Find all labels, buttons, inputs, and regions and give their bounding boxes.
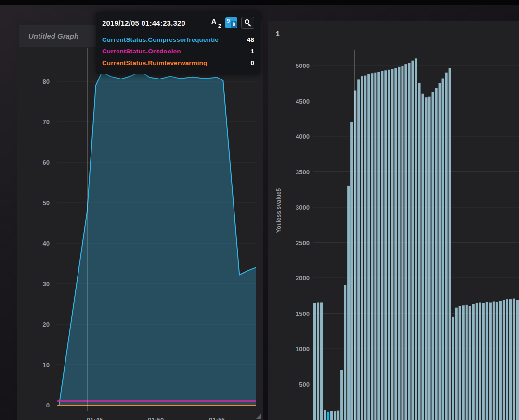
sort-order-icon[interactable]: A Z (211, 17, 221, 29)
tooltip-series-row: CurrentStatus.Ruimteverwarming0 (102, 57, 254, 68)
svg-text:70: 70 (43, 118, 50, 126)
tooltip-series-row: CurrentStatus.Ontdooien1 (102, 45, 254, 57)
svg-text:5000: 5000 (296, 62, 310, 69)
panel-resize-handle[interactable] (256, 413, 261, 419)
svg-text:02:00: 02:00 (475, 418, 491, 420)
decimals-nine: 9 (227, 18, 230, 24)
svg-text:20: 20 (43, 321, 50, 328)
svg-text:60: 60 (43, 159, 50, 166)
series-value: 1 (250, 48, 254, 55)
svg-text:2500: 2500 (296, 239, 310, 247)
tooltip-series-list: CurrentStatus.Compressorfrequentie48Curr… (102, 34, 254, 68)
svg-text:50: 50 (43, 199, 50, 207)
svg-text:01:55: 01:55 (416, 418, 432, 420)
series-label: CurrentStatus.Ruimteverwarming (102, 59, 207, 66)
y-axis-label: Youless.svalue5 (275, 182, 282, 239)
svg-text:2000: 2000 (296, 275, 310, 282)
svg-text:3500: 3500 (296, 169, 310, 176)
svg-text:80: 80 (43, 78, 50, 85)
svg-text:0: 0 (46, 402, 50, 409)
search-handle (248, 24, 251, 27)
svg-text:01:50: 01:50 (381, 418, 397, 420)
series-value: 48 (247, 36, 254, 43)
panel-untitled-graph: Untitled Graph 0102030405060708001:4501:… (17, 21, 263, 420)
tooltip-timestamp: 2019/12/05 01:44:23.320 (102, 19, 207, 27)
svg-text:30: 30 (43, 280, 50, 288)
decimals-toggle-icon[interactable]: 9 0 (225, 17, 237, 28)
tooltip-header: 2019/12/05 01:44:23.320 A Z 9 0 (102, 17, 254, 29)
panel-title[interactable]: 1 (276, 30, 280, 38)
series-value: 0 (250, 59, 254, 66)
bar-chart-canvas[interactable]: 5001000150020002500300035004000450050000… (268, 21, 519, 420)
top-navbar (0, 0, 519, 5)
svg-text:01:45: 01:45 (87, 416, 103, 420)
line-chart-canvas[interactable]: 0102030405060708001:4501:5001:55 (17, 21, 263, 420)
svg-text:01:45: 01:45 (346, 418, 362, 420)
svg-text:01:55: 01:55 (209, 416, 225, 420)
svg-text:01:50: 01:50 (148, 416, 164, 420)
sort-icon-a: A (211, 17, 216, 25)
series-label: CurrentStatus.Ontdooien (102, 48, 181, 55)
decimals-zero: 0 (231, 21, 237, 28)
svg-text:4500: 4500 (296, 98, 310, 105)
svg-text:10: 10 (43, 361, 50, 368)
sort-icon-z: Z (218, 24, 221, 29)
svg-text:1000: 1000 (296, 345, 310, 353)
search-icon[interactable] (241, 17, 254, 29)
svg-text:3000: 3000 (296, 204, 310, 211)
svg-text:500: 500 (299, 381, 310, 388)
panel-title-text: Untitled Graph (28, 32, 78, 40)
panel-1: 1 Youless.svalue5 5001000150020002500300… (268, 21, 519, 420)
tooltip-series-row: CurrentStatus.Compressorfrequentie48 (102, 34, 254, 45)
svg-text:40: 40 (43, 240, 50, 247)
panel-title-untitled-graph[interactable]: Untitled Graph (19, 25, 97, 47)
grafana-dashboard: Untitled Graph 0102030405060708001:4501:… (0, 0, 519, 420)
series-label: CurrentStatus.Compressorfrequentie (102, 36, 219, 43)
svg-text:1500: 1500 (296, 310, 310, 317)
chart-tooltip: 2019/12/05 01:44:23.320 A Z 9 0 CurrentS… (96, 12, 260, 74)
svg-text:4000: 4000 (296, 133, 310, 140)
